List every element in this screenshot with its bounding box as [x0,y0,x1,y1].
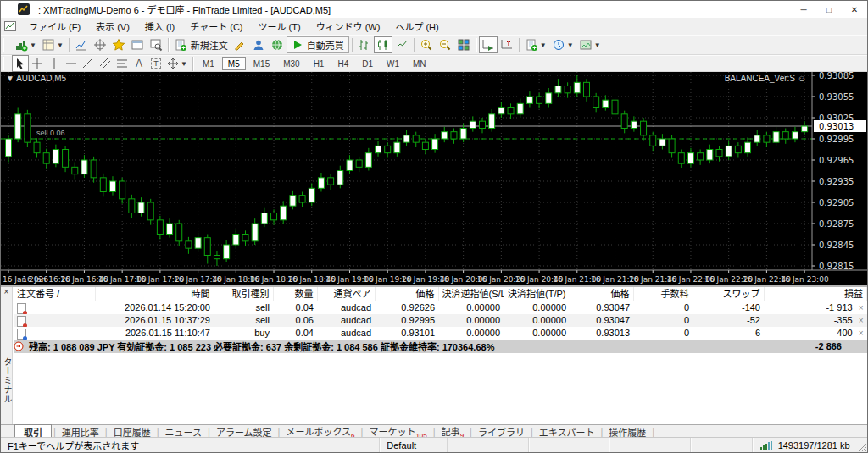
toolbar-separator [69,38,70,52]
new-order-label: 新規注文 [191,38,228,52]
table-row[interactable]: 2026.01.14 15:20:00sell0.04audcad0.92626… [14,301,867,315]
profiles-icon [42,38,55,52]
minimize-button[interactable]: ─ [791,1,816,18]
cursor-button[interactable] [12,55,29,72]
navigator-button[interactable] [109,36,128,53]
collapse-arrow-icon[interactable]: ▼ [6,74,14,83]
strategy-tester-button[interactable] [147,36,165,53]
menu-item-3[interactable]: チャート (C) [182,20,250,34]
resize-grip[interactable] [857,438,867,452]
column-header-2[interactable]: 取引種別 [214,287,273,301]
terminal-button[interactable] [128,36,147,53]
indicators-button[interactable]: ▼ [522,36,549,53]
text-button[interactable]: A [131,55,147,72]
autoscroll-button[interactable] [479,36,498,53]
timeframe-m5-button[interactable]: M5 [222,57,246,70]
market-watch-button[interactable] [72,36,91,53]
order-cell: 0.06 [273,314,317,327]
column-header-1[interactable]: 時間 [95,287,214,301]
order-cell: 0 [633,301,693,315]
toolbar-grip[interactable] [3,57,8,70]
timeframe-d1-button[interactable]: D1 [356,57,379,70]
order-cell: 0.00000 [504,327,570,340]
status-profile[interactable]: Default [380,438,448,452]
autotrade-button[interactable]: 自動売買 [287,36,349,53]
svg-text:0.92965: 0.92965 [819,156,854,165]
menu-items: ファイル (F)表示 (V)挿入 (I)チャート (C)ツール (T)ウィンドウ… [21,19,447,33]
maximize-button[interactable]: □ [816,1,842,18]
column-header-7[interactable]: 決済指値(T/P) [504,287,570,301]
column-header-10[interactable]: スワップ [693,287,764,301]
tile-windows-button[interactable] [454,36,473,53]
candlestick-chart-button[interactable] [374,36,392,53]
column-header-0[interactable]: 注文番号 / [14,287,95,301]
metaeditor-button[interactable] [231,36,249,53]
menu-item-0[interactable]: ファイル (F) [21,20,88,34]
timeframe-h1-button[interactable]: H1 [308,57,331,70]
arrows-button[interactable]: ▼ [164,55,190,72]
template-picture-icon [579,38,593,52]
channel-button[interactable] [97,55,114,72]
globe-icon [270,38,284,52]
chart-window-icon[interactable] [4,21,16,31]
table-row[interactable]: 2026.01.15 11:10:47buy0.04audcad0.931010… [14,327,867,340]
column-header-9[interactable]: 手数料 [633,287,693,301]
zoom-out-button[interactable] [436,36,454,53]
column-header-4[interactable]: 通貨ペア [317,287,375,301]
order-cell: audcad [317,314,375,327]
svg-text:0.92815: 0.92815 [819,262,854,271]
column-header-3[interactable]: 数量 [273,287,317,301]
terminal-side-strip: × ターミナル [1,287,13,439]
fibonacci-button[interactable] [114,55,131,72]
terminal-close-icon[interactable]: × [1,287,12,296]
person-icon [252,38,265,52]
app-icon [18,3,30,15]
profiles-button[interactable]: ▼ [39,36,66,53]
terminal-vertical-tab[interactable]: ターミナル [1,357,14,404]
timeframe-m15-button[interactable]: M15 [248,57,275,70]
column-header-5[interactable]: 価格 [375,287,438,301]
window-controls: ─ □ ✕ [791,1,867,18]
chart-shift-button[interactable] [498,36,516,53]
line-chart-button[interactable] [392,36,411,53]
timeframe-m1-button[interactable]: M1 [197,57,220,70]
timeframe-mn-button[interactable]: MN [407,57,432,70]
vertical-line-button[interactable] [46,55,63,72]
chart-symbol-label[interactable]: ▼ AUDCAD,M5 [6,74,66,83]
text-label-button[interactable]: T [147,55,164,72]
crosshair-button[interactable] [29,55,46,72]
trendline-button[interactable] [80,55,97,72]
menu-item-6[interactable]: ヘルプ (H) [387,20,446,34]
close-position-icon[interactable]: × [859,303,864,312]
timeframe-m30-button[interactable]: M30 [277,57,305,70]
chart-area[interactable]: 0.930850.930550.930250.929950.929650.929… [1,72,867,285]
close-button[interactable]: ✕ [842,1,867,18]
new-order-button[interactable]: 新規注文 [171,36,231,53]
table-header-row[interactable]: 注文番号 /時間取引種別数量通貨ペア価格決済逆指値(S/L)決済指値(T/P)価… [14,287,867,301]
menu-item-4[interactable]: ツール (T) [251,20,309,34]
periods-button[interactable]: ▼ [549,36,576,53]
community-button[interactable] [249,36,268,53]
column-header-6[interactable]: 決済逆指値(S/L) [438,287,504,301]
column-header-11[interactable]: 損益 [764,287,867,301]
toolbar-separator [414,38,415,52]
new-chart-button[interactable]: ▼ [12,36,39,53]
close-position-icon[interactable]: × [859,329,864,338]
horizontal-line-button[interactable] [63,55,80,72]
online-help-button[interactable] [268,36,287,53]
menu-item-2[interactable]: 挿入 (I) [137,20,182,34]
autotrade-label: 自動売買 [307,38,344,52]
data-window-button[interactable] [91,36,109,53]
toolbar-grip[interactable] [3,38,8,52]
column-header-8[interactable]: 価格 [570,287,633,301]
menu-item-1[interactable]: 表示 (V) [88,20,137,34]
price-chart[interactable]: 0.930850.930550.930250.929950.929650.929… [1,72,867,285]
close-position-icon[interactable]: × [859,316,864,325]
templates-button[interactable]: ▼ [576,36,604,53]
bar-chart-button[interactable] [355,36,374,53]
timeframe-h4-button[interactable]: H4 [331,57,354,70]
zoom-in-button[interactable] [417,36,436,53]
table-row[interactable]: 2026.01.15 10:37:29sell0.06audcad0.92995… [14,314,867,327]
timeframe-w1-button[interactable]: W1 [381,57,405,70]
menu-item-5[interactable]: ウィンドウ (W) [309,20,388,34]
